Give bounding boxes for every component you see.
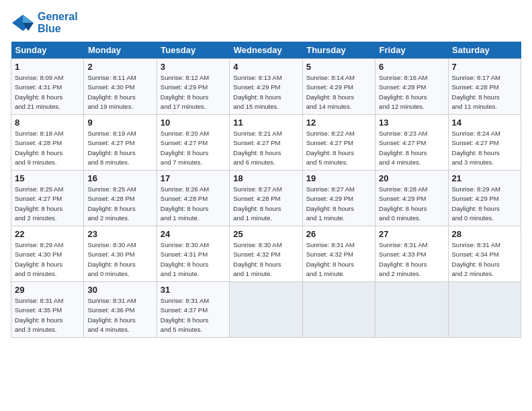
calendar-cell: 2Sunrise: 8:11 AM Sunset: 4:30 PM Daylig… xyxy=(84,59,157,115)
day-number: 24 xyxy=(161,229,226,239)
calendar-cell: 26Sunrise: 8:31 AM Sunset: 4:32 PM Dayli… xyxy=(302,226,375,282)
day-info: Sunrise: 8:13 AM Sunset: 4:29 PM Dayligh… xyxy=(233,73,298,111)
day-info: Sunrise: 8:30 AM Sunset: 4:32 PM Dayligh… xyxy=(233,240,298,279)
day-number: 18 xyxy=(233,173,298,183)
calendar-cell: 31Sunrise: 8:31 AM Sunset: 4:37 PM Dayli… xyxy=(157,282,229,338)
day-info: Sunrise: 8:17 AM Sunset: 4:28 PM Dayligh… xyxy=(452,73,517,111)
day-info: Sunrise: 8:11 AM Sunset: 4:30 PM Dayligh… xyxy=(87,73,152,111)
day-number: 13 xyxy=(379,118,444,128)
calendar-cell: 19Sunrise: 8:27 AM Sunset: 4:29 PM Dayli… xyxy=(302,171,375,226)
calendar-cell xyxy=(230,282,302,338)
calendar-cell: 9Sunrise: 8:19 AM Sunset: 4:27 PM Daylig… xyxy=(84,115,157,171)
day-number: 8 xyxy=(15,118,80,128)
calendar-cell: 11Sunrise: 8:21 AM Sunset: 4:27 PM Dayli… xyxy=(230,115,302,171)
calendar-cell: 21Sunrise: 8:29 AM Sunset: 4:29 PM Dayli… xyxy=(448,171,521,226)
day-info: Sunrise: 8:12 AM Sunset: 4:29 PM Dayligh… xyxy=(161,73,226,111)
calendar-cell: 16Sunrise: 8:25 AM Sunset: 4:28 PM Dayli… xyxy=(84,171,157,226)
day-info: Sunrise: 8:25 AM Sunset: 4:27 PM Dayligh… xyxy=(15,185,80,223)
day-info: Sunrise: 8:23 AM Sunset: 4:27 PM Dayligh… xyxy=(379,129,444,167)
day-number: 27 xyxy=(379,229,444,239)
day-info: Sunrise: 8:29 AM Sunset: 4:30 PM Dayligh… xyxy=(15,240,80,279)
day-info: Sunrise: 8:31 AM Sunset: 4:33 PM Dayligh… xyxy=(379,240,444,279)
calendar-cell xyxy=(375,282,448,338)
calendar-cell: 27Sunrise: 8:31 AM Sunset: 4:33 PM Dayli… xyxy=(375,226,448,282)
day-info: Sunrise: 8:18 AM Sunset: 4:28 PM Dayligh… xyxy=(15,129,80,167)
day-number: 28 xyxy=(452,229,517,239)
day-info: Sunrise: 8:28 AM Sunset: 4:29 PM Dayligh… xyxy=(379,185,444,223)
logo: General Blue xyxy=(11,11,78,35)
day-info: Sunrise: 8:30 AM Sunset: 4:31 PM Dayligh… xyxy=(161,240,226,279)
calendar-cell: 12Sunrise: 8:22 AM Sunset: 4:27 PM Dayli… xyxy=(302,115,375,171)
logo-icon xyxy=(11,13,35,32)
day-number: 14 xyxy=(452,118,517,128)
calendar-cell: 10Sunrise: 8:20 AM Sunset: 4:27 PM Dayli… xyxy=(157,115,229,171)
page: General Blue SundayMondayTuesdayWednesda… xyxy=(0,0,532,345)
calendar-cell: 3Sunrise: 8:12 AM Sunset: 4:29 PM Daylig… xyxy=(157,59,229,115)
calendar-cell: 4Sunrise: 8:13 AM Sunset: 4:29 PM Daylig… xyxy=(230,59,302,115)
day-number: 26 xyxy=(306,229,371,239)
weekday-header-monday: Monday xyxy=(84,42,157,59)
calendar-table: SundayMondayTuesdayWednesdayThursdayFrid… xyxy=(11,42,521,338)
day-info: Sunrise: 8:31 AM Sunset: 4:37 PM Dayligh… xyxy=(161,296,226,334)
calendar-cell: 17Sunrise: 8:26 AM Sunset: 4:28 PM Dayli… xyxy=(157,171,229,226)
weekday-header-tuesday: Tuesday xyxy=(157,42,229,59)
day-number: 21 xyxy=(452,173,517,183)
week-row-3: 15Sunrise: 8:25 AM Sunset: 4:27 PM Dayli… xyxy=(11,171,521,226)
day-number: 10 xyxy=(161,118,226,128)
week-row-4: 22Sunrise: 8:29 AM Sunset: 4:30 PM Dayli… xyxy=(11,226,521,282)
calendar-cell: 28Sunrise: 8:31 AM Sunset: 4:34 PM Dayli… xyxy=(448,226,521,282)
day-info: Sunrise: 8:14 AM Sunset: 4:29 PM Dayligh… xyxy=(306,73,371,111)
calendar-cell: 18Sunrise: 8:27 AM Sunset: 4:28 PM Dayli… xyxy=(230,171,302,226)
day-info: Sunrise: 8:16 AM Sunset: 4:28 PM Dayligh… xyxy=(379,73,444,111)
day-number: 23 xyxy=(87,229,152,239)
day-number: 7 xyxy=(452,62,517,72)
day-info: Sunrise: 8:29 AM Sunset: 4:29 PM Dayligh… xyxy=(452,185,517,223)
calendar-cell: 22Sunrise: 8:29 AM Sunset: 4:30 PM Dayli… xyxy=(11,226,84,282)
day-info: Sunrise: 8:26 AM Sunset: 4:28 PM Dayligh… xyxy=(161,185,226,223)
day-info: Sunrise: 8:31 AM Sunset: 4:35 PM Dayligh… xyxy=(15,296,80,334)
weekday-header-sunday: Sunday xyxy=(11,42,84,59)
calendar-cell: 7Sunrise: 8:17 AM Sunset: 4:28 PM Daylig… xyxy=(448,59,521,115)
calendar-cell: 24Sunrise: 8:30 AM Sunset: 4:31 PM Dayli… xyxy=(157,226,229,282)
day-number: 4 xyxy=(233,62,298,72)
day-number: 5 xyxy=(306,62,371,72)
day-info: Sunrise: 8:27 AM Sunset: 4:29 PM Dayligh… xyxy=(306,185,371,223)
day-number: 20 xyxy=(379,173,444,183)
day-info: Sunrise: 8:20 AM Sunset: 4:27 PM Dayligh… xyxy=(161,129,226,167)
calendar-cell: 23Sunrise: 8:30 AM Sunset: 4:30 PM Dayli… xyxy=(84,226,157,282)
weekday-header-saturday: Saturday xyxy=(448,42,521,59)
day-number: 2 xyxy=(87,62,152,72)
calendar-cell: 15Sunrise: 8:25 AM Sunset: 4:27 PM Dayli… xyxy=(11,171,84,226)
day-number: 30 xyxy=(87,285,152,295)
calendar-cell xyxy=(302,282,375,338)
calendar-cell: 1Sunrise: 8:09 AM Sunset: 4:31 PM Daylig… xyxy=(11,59,84,115)
calendar-cell: 5Sunrise: 8:14 AM Sunset: 4:29 PM Daylig… xyxy=(302,59,375,115)
day-number: 17 xyxy=(161,173,226,183)
day-number: 16 xyxy=(87,173,152,183)
day-info: Sunrise: 8:19 AM Sunset: 4:27 PM Dayligh… xyxy=(87,129,152,167)
day-number: 31 xyxy=(161,285,226,295)
week-row-5: 29Sunrise: 8:31 AM Sunset: 4:35 PM Dayli… xyxy=(11,282,521,338)
calendar-cell: 29Sunrise: 8:31 AM Sunset: 4:35 PM Dayli… xyxy=(11,282,84,338)
day-info: Sunrise: 8:27 AM Sunset: 4:28 PM Dayligh… xyxy=(233,185,298,223)
calendar-cell: 13Sunrise: 8:23 AM Sunset: 4:27 PM Dayli… xyxy=(375,115,448,171)
day-number: 11 xyxy=(233,118,298,128)
calendar-cell: 30Sunrise: 8:31 AM Sunset: 4:36 PM Dayli… xyxy=(84,282,157,338)
day-number: 25 xyxy=(233,229,298,239)
calendar-cell xyxy=(448,282,521,338)
calendar-cell: 14Sunrise: 8:24 AM Sunset: 4:27 PM Dayli… xyxy=(448,115,521,171)
day-info: Sunrise: 8:21 AM Sunset: 4:27 PM Dayligh… xyxy=(233,129,298,167)
weekday-header-wednesday: Wednesday xyxy=(230,42,302,59)
day-info: Sunrise: 8:09 AM Sunset: 4:31 PM Dayligh… xyxy=(15,73,80,111)
week-row-1: 1Sunrise: 8:09 AM Sunset: 4:31 PM Daylig… xyxy=(11,59,521,115)
weekday-header-row: SundayMondayTuesdayWednesdayThursdayFrid… xyxy=(11,42,521,59)
day-info: Sunrise: 8:24 AM Sunset: 4:27 PM Dayligh… xyxy=(452,129,517,167)
svg-marker-1 xyxy=(23,15,34,23)
day-number: 9 xyxy=(87,118,152,128)
day-number: 12 xyxy=(306,118,371,128)
calendar-cell: 8Sunrise: 8:18 AM Sunset: 4:28 PM Daylig… xyxy=(11,115,84,171)
weekday-header-thursday: Thursday xyxy=(302,42,375,59)
calendar-cell: 20Sunrise: 8:28 AM Sunset: 4:29 PM Dayli… xyxy=(375,171,448,226)
day-info: Sunrise: 8:31 AM Sunset: 4:34 PM Dayligh… xyxy=(452,240,517,279)
logo-text: General Blue xyxy=(38,11,78,35)
